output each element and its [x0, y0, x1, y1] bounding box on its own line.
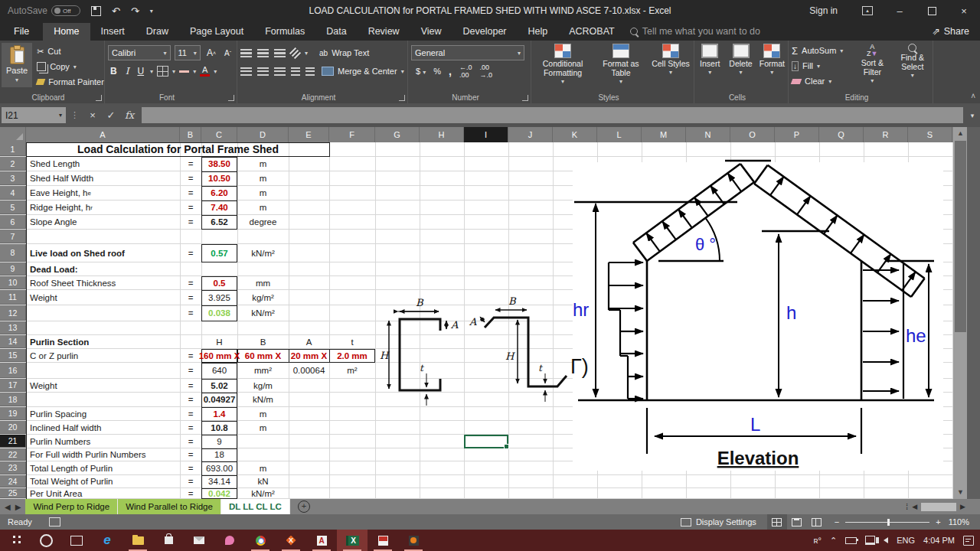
tab-data[interactable]: Data	[315, 23, 357, 41]
cell-B19[interactable]: =	[180, 407, 201, 420]
cut-button[interactable]: ✂Cut	[34, 44, 107, 59]
row-header-12[interactable]: 12	[0, 305, 26, 321]
shrink-font-button[interactable]: Aˇ	[222, 49, 234, 57]
align-left-button[interactable]	[240, 67, 252, 76]
column-header-R[interactable]: R	[864, 127, 908, 142]
collapse-ribbon-button[interactable]: ˄	[971, 92, 975, 100]
cell-A6[interactable]: Slope Angle	[26, 215, 184, 229]
column-header-G[interactable]: G	[375, 127, 420, 142]
cell-F15[interactable]: 2.0 mm	[329, 349, 375, 362]
hscroll-left-arrow[interactable]: ◀	[910, 503, 920, 510]
row-header-9[interactable]: 9	[0, 262, 26, 276]
cell-D24[interactable]: kN	[237, 475, 289, 487]
row-header-19[interactable]: 19	[0, 407, 26, 420]
cell-B5[interactable]: =	[180, 201, 201, 214]
cancel-entry-button[interactable]: ×	[83, 109, 102, 121]
cell-A17[interactable]: Weight	[26, 379, 184, 392]
cell-E15[interactable]: 20 mm X	[289, 349, 329, 362]
cell-D11[interactable]: kg/m²	[237, 290, 289, 305]
tab-page-layout[interactable]: Page Layout	[179, 23, 254, 41]
row-header-15[interactable]: 15	[0, 349, 26, 362]
sheet-nav-right[interactable]: ▶	[15, 503, 26, 511]
tab-review[interactable]: Review	[358, 23, 410, 41]
cell-A5[interactable]: Ridge Height, hr	[26, 201, 184, 214]
cell-C10[interactable]: 0.5	[201, 276, 237, 289]
row-header-18[interactable]: 18	[0, 393, 26, 406]
cell-A24[interactable]: Total Weight of Purlin	[26, 475, 184, 487]
file-explorer-button[interactable]	[122, 530, 153, 551]
column-header-C[interactable]: C	[201, 127, 237, 142]
sheet-tab-dl-ll-cl-lc[interactable]: DL LL CL LC	[221, 499, 290, 514]
percent-style-button[interactable]: %	[433, 67, 441, 76]
cell-A20[interactable]: Inclined Half width	[26, 421, 184, 434]
cell-B11[interactable]: =	[180, 290, 201, 305]
cell-A23[interactable]: Total Length of Purlin	[26, 461, 184, 474]
share-button[interactable]: ⇗Share	[932, 25, 969, 41]
cell-C11[interactable]: 3.925	[201, 290, 237, 305]
column-header-D[interactable]: D	[237, 127, 289, 142]
cell-A4[interactable]: Eave Height, he	[26, 186, 184, 200]
cell-B25[interactable]: =	[180, 488, 201, 498]
clipboard-dialog-launcher[interactable]	[96, 95, 102, 101]
sign-in-button[interactable]: Sign in	[809, 5, 838, 16]
sheet-title-cell[interactable]: Load Calculation for Portal Frame Shed	[26, 142, 330, 156]
cell-C5[interactable]: 7.40	[201, 201, 237, 214]
zoom-out-button[interactable]: −	[835, 517, 839, 527]
cell-A9[interactable]: Dead Load:	[26, 262, 184, 276]
row-header-16[interactable]: 16	[0, 363, 26, 378]
row-header-14[interactable]: 14	[0, 335, 26, 348]
align-top-button[interactable]	[240, 49, 252, 57]
row-header-1[interactable]: 1	[0, 142, 26, 156]
cell-B3[interactable]: =	[180, 171, 201, 185]
chrome-button[interactable]	[245, 530, 276, 551]
bold-button[interactable]: B	[108, 66, 119, 77]
format-painter-button[interactable]: Format Painter	[34, 74, 107, 90]
insert-function-button[interactable]: fx	[120, 109, 139, 121]
row-header-25[interactable]: 25	[0, 488, 26, 498]
tab-developer[interactable]: Developer	[452, 23, 518, 41]
cell-D19[interactable]: m	[237, 407, 289, 420]
cell-D12[interactable]: kN/m²	[237, 305, 289, 321]
align-center-button[interactable]	[257, 67, 269, 76]
hscroll-right-arrow[interactable]: ▶	[958, 503, 968, 510]
cell-D3[interactable]: m	[237, 171, 289, 185]
select-all-button[interactable]	[0, 127, 26, 142]
cell-B12[interactable]: =	[180, 305, 201, 321]
cell-D8[interactable]: kN/m²	[237, 244, 289, 262]
cell-A25[interactable]: Per Unit Area	[26, 488, 184, 498]
mail-button[interactable]	[184, 530, 214, 551]
decrease-decimal-button[interactable]: .00→.0	[479, 64, 492, 79]
cell-C22[interactable]: 18	[201, 448, 237, 461]
page-layout-view-button[interactable]	[787, 514, 807, 530]
cell-C6[interactable]: 6.52	[201, 215, 237, 229]
font-color-button[interactable]: A	[200, 66, 210, 77]
qat-customize-caret[interactable]: ▾	[150, 8, 153, 15]
excel-taskbar-button[interactable]: X	[337, 530, 368, 551]
tab-draw[interactable]: Draw	[136, 23, 179, 41]
cell-D16[interactable]: mm²	[237, 363, 289, 378]
column-header-P[interactable]: P	[775, 127, 819, 142]
cell-C17[interactable]: 5.02	[201, 379, 237, 392]
action-center-icon[interactable]	[963, 536, 974, 546]
row-header-10[interactable]: 10	[0, 276, 26, 289]
tab-home[interactable]: Home	[43, 23, 90, 41]
column-header-H[interactable]: H	[420, 127, 464, 142]
horizontal-scrollbar[interactable]: ⁞ ◀ ▶	[906, 502, 980, 511]
staad-button[interactable]: X	[276, 530, 306, 551]
cell-D5[interactable]: m	[237, 201, 289, 214]
tab-help[interactable]: Help	[518, 23, 559, 41]
c-section-sketch[interactable]: B A H t	[379, 295, 469, 416]
column-header-N[interactable]: N	[686, 127, 730, 142]
orientation-button[interactable]	[289, 47, 302, 59]
autocad-button[interactable]: A	[306, 530, 337, 551]
column-header-O[interactable]: O	[730, 127, 775, 142]
cell-C21[interactable]: 9	[201, 435, 237, 448]
horizontal-scroll-thumb[interactable]	[921, 503, 956, 511]
column-header-A[interactable]: A	[26, 127, 180, 142]
cell-D20[interactable]: m	[237, 421, 289, 434]
increase-indent-button[interactable]	[305, 67, 315, 76]
minimize-button[interactable]: –	[884, 0, 916, 21]
scroll-up-arrow[interactable]: ▲	[953, 127, 968, 140]
cell-D6[interactable]: degree	[237, 215, 289, 229]
number-format-combo[interactable]: General▾	[411, 45, 524, 60]
